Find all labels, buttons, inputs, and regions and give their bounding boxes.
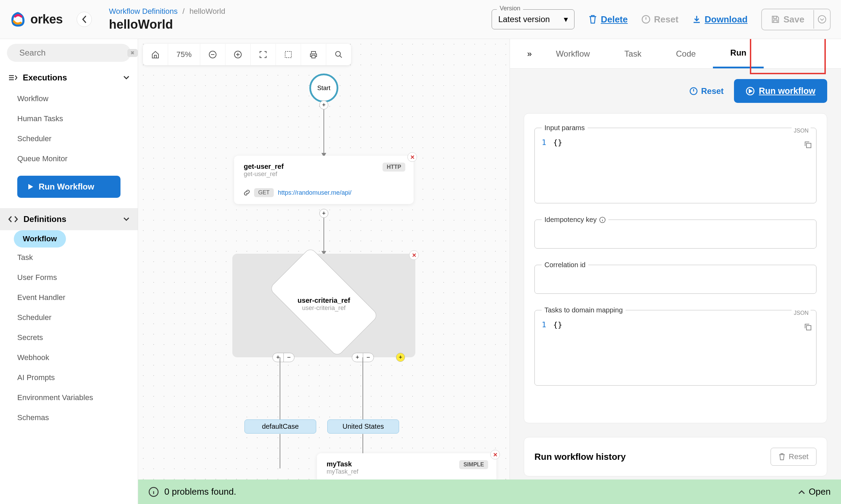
sidebar-item-ai-prompts[interactable]: AI Prompts [17, 368, 138, 388]
save-group: Save [761, 9, 831, 30]
tab-run[interactable]: Run [713, 39, 764, 68]
run-workflow-sidebar-button[interactable]: Run Workflow [17, 176, 120, 198]
print-button[interactable] [301, 44, 326, 65]
close-icon[interactable]: ✕ [490, 450, 500, 459]
json-tag: JSON [792, 128, 811, 134]
decision-node[interactable]: ✕ user-criteria_ref user-criteria_ref +−… [232, 254, 415, 357]
idempotency-input[interactable] [542, 230, 809, 242]
branch-default[interactable]: defaultCase [244, 419, 316, 434]
tab-workflow[interactable]: Workflow [539, 40, 607, 68]
http-task-node[interactable]: ✕ get-user_ref get-user_ref HTTP GET htt… [234, 156, 414, 204]
code-content[interactable]: {} [553, 138, 562, 147]
domain-mapping-field[interactable]: Tasks to domain mapping JSON 1{} [534, 306, 816, 386]
collapse-panel-button[interactable]: » [520, 40, 539, 68]
search-input[interactable] [19, 48, 123, 58]
sidebar-item-scheduler-exec[interactable]: Scheduler [17, 129, 138, 149]
section-definitions[interactable]: Definitions [0, 208, 138, 230]
run-workflow-button[interactable]: Run workflow [734, 79, 827, 103]
connector [362, 434, 363, 455]
svg-point-1 [818, 16, 826, 23]
branch-us[interactable]: United States [327, 419, 399, 434]
history-reset-button[interactable]: Reset [771, 448, 816, 466]
save-icon [771, 15, 780, 24]
zoom-value[interactable]: 75% [168, 44, 200, 65]
select-button[interactable] [276, 44, 301, 65]
tab-code[interactable]: Code [659, 40, 713, 68]
tab-task[interactable]: Task [607, 40, 659, 68]
add-after-http[interactable]: + [319, 209, 328, 218]
version-select[interactable]: Version Latest version ▾ [492, 9, 574, 29]
sidebar-item-scheduler-def[interactable]: Scheduler [17, 308, 138, 328]
copy-icon[interactable] [804, 323, 812, 331]
back-button[interactable] [77, 12, 92, 27]
branch-label: defaultCase [262, 423, 299, 430]
play-circle-icon [746, 87, 755, 96]
run-workflow-label: Run Workflow [39, 182, 94, 192]
panel-reset-button[interactable]: Reset [689, 86, 724, 96]
save-dropdown[interactable] [813, 10, 830, 29]
section-label: Executions [23, 73, 67, 83]
section-label: Definitions [23, 214, 66, 224]
run-history-card: Run workflow history Reset [524, 437, 827, 476]
home-icon [151, 50, 160, 59]
print-icon [309, 50, 318, 59]
correlation-input[interactable] [542, 275, 809, 287]
delete-button[interactable]: Delete [588, 14, 628, 25]
chevron-down-icon [123, 76, 129, 80]
header-reset-button[interactable]: Reset [641, 14, 678, 25]
input-params-field[interactable]: Input params JSON 1{} [534, 124, 816, 203]
add-after-start[interactable]: + [319, 100, 328, 109]
status-open-button[interactable]: Open [798, 486, 831, 497]
sidebar-item-env-vars[interactable]: Environment Variables [17, 388, 138, 408]
fit-button[interactable] [251, 44, 276, 65]
sidebar-item-task[interactable]: Task [17, 248, 138, 268]
idempotency-field[interactable]: Idempotency key [534, 216, 816, 249]
sidebar-item-user-forms[interactable]: User Forms [17, 268, 138, 288]
code-content[interactable]: {} [553, 320, 562, 329]
connector [323, 218, 324, 252]
minus-button[interactable]: − [284, 353, 294, 362]
sidebar-item-secrets[interactable]: Secrets [17, 328, 138, 348]
add-branch-button[interactable]: + [396, 353, 405, 362]
sidebar-item-schemas[interactable]: Schemas [17, 408, 138, 428]
breadcrumb-sep: / [183, 7, 185, 16]
plus-button[interactable]: + [352, 353, 363, 362]
chevron-up-icon [798, 490, 805, 494]
copy-icon[interactable] [804, 140, 812, 149]
sidebar-item-workflow-exec[interactable]: Workflow [17, 89, 138, 109]
sidebar-item-workflow-def[interactable]: Workflow [14, 230, 66, 248]
section-executions[interactable]: Executions [0, 67, 138, 89]
simple-task-node[interactable]: ✕ myTask myTask_ref SIMPLE [317, 453, 496, 482]
expand-icon [259, 50, 267, 59]
sidebar-item-event-handler[interactable]: Event Handler [17, 288, 138, 308]
zoom-in-button[interactable] [225, 44, 251, 65]
url-link[interactable]: https://randomuser.me/api/ [278, 189, 351, 196]
node-sub: myTask_ref [327, 468, 487, 475]
workflow-canvas[interactable]: 75% Start + ✕ get-user_ref get-user_ref … [138, 39, 510, 504]
plus-button[interactable]: + [273, 353, 284, 362]
play-icon [28, 183, 34, 190]
sidebar-item-webhook[interactable]: Webhook [17, 348, 138, 368]
search-box[interactable]: ⌘ K [7, 44, 131, 62]
svg-rect-11 [806, 326, 811, 330]
start-node[interactable]: Start [309, 74, 338, 103]
close-icon[interactable]: ✕ [407, 152, 417, 162]
sidebar-item-human-tasks[interactable]: Human Tasks [17, 109, 138, 129]
breadcrumb-parent[interactable]: Workflow Definitions [109, 7, 178, 16]
close-icon[interactable]: ✕ [409, 250, 419, 260]
search-canvas-button[interactable] [326, 44, 351, 65]
reset-label: Reset [701, 86, 724, 96]
correlation-field[interactable]: Correlation id [534, 261, 816, 294]
executions-icon [8, 74, 17, 81]
zoom-out-button[interactable] [200, 44, 225, 65]
info-icon[interactable] [599, 217, 606, 223]
download-button[interactable]: Download [692, 14, 747, 25]
save-label: Save [783, 14, 804, 25]
logo-text: orkes [30, 12, 63, 27]
minus-circle-icon [209, 50, 217, 59]
sidebar-item-queue-monitor[interactable]: Queue Monitor [17, 149, 138, 169]
save-button[interactable]: Save [762, 9, 813, 30]
connector [323, 109, 324, 154]
minus-button[interactable]: − [363, 353, 374, 362]
home-button[interactable] [143, 44, 168, 65]
